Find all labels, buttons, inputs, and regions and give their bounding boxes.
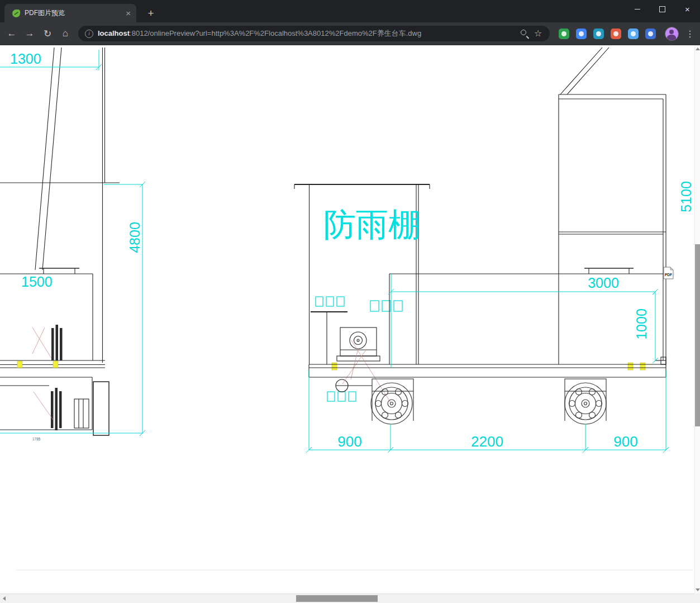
- reload-button[interactable]: ↻: [39, 25, 56, 42]
- browser-menu-button[interactable]: ⋮: [683, 29, 697, 39]
- url-text: localhost:8012/onlinePreview?url=http%3A…: [98, 29, 515, 39]
- zoom-indicator-icon[interactable]: [520, 29, 530, 39]
- wheel-right: [565, 379, 606, 424]
- horizontal-scrollbar-thumb[interactable]: [296, 595, 378, 602]
- dim-bottom-chain: 900 2200 900: [306, 370, 669, 453]
- dim-4800-label: 4800: [127, 222, 142, 253]
- bookmark-star-button[interactable]: ☆: [534, 29, 543, 38]
- extension-icon-4[interactable]: [611, 29, 621, 39]
- dim-1300-label: 1300: [10, 51, 41, 67]
- vertical-scrollbar[interactable]: [694, 45, 700, 593]
- minimize-icon: [635, 9, 640, 10]
- new-tab-button[interactable]: +: [144, 7, 158, 20]
- window-titlebar: PDF图片预览 × + ×: [0, 0, 700, 22]
- home-button[interactable]: ⌂: [57, 25, 74, 42]
- url-path: :8012/onlinePreview?url=http%3A%2F%2Floc…: [130, 29, 421, 37]
- dim-2200-label: 2200: [471, 433, 503, 450]
- rain-shelter-label: 防雨棚: [323, 206, 421, 243]
- extension-icon-6[interactable]: [645, 29, 656, 39]
- dim-4800: 4800: [0, 182, 145, 436]
- scroll-left-arrow[interactable]: [3, 596, 6, 601]
- platform-structure: [389, 268, 666, 364]
- forward-button[interactable]: →: [21, 25, 38, 42]
- deck-markers: [17, 361, 645, 370]
- dim-900-left-label: 900: [337, 433, 361, 450]
- deck-frame: [309, 364, 666, 377]
- dim-1300: 1300: [0, 50, 102, 70]
- pdf-badge-label: PDF: [665, 273, 672, 277]
- dim-3000-label: 3000: [588, 275, 619, 291]
- browser-toolbar: ← → ↻ ⌂ i localhost:8012/onlinePreview?u…: [0, 22, 700, 45]
- pdf-file-icon[interactable]: PDF: [664, 267, 673, 279]
- dim-900-right-label: 900: [613, 433, 637, 450]
- dim-1500-label: 1500: [21, 274, 53, 289]
- left-mast-view: [0, 48, 120, 435]
- window-controls: ×: [625, 0, 700, 18]
- page-info-icon[interactable]: i: [85, 30, 93, 38]
- scrollbar-corner: [694, 593, 700, 603]
- dim-5100-label: 5100: [678, 181, 694, 212]
- wheel-left: [371, 379, 413, 424]
- left-red-leader-lines: [32, 327, 53, 420]
- dim-3000-1000: 3000 1000: [388, 274, 658, 368]
- tab-title: PDF图片预览: [25, 8, 125, 18]
- horizontal-scrollbar[interactable]: [0, 593, 700, 603]
- profile-avatar-button[interactable]: [665, 27, 679, 41]
- dim-1000-label: 1000: [634, 308, 649, 340]
- cad-drawing: 1300 4800 1500 1785 防雨棚: [0, 45, 700, 593]
- back-button[interactable]: ←: [3, 25, 20, 42]
- tab-close-button[interactable]: ×: [125, 9, 132, 17]
- dim-1785-label: 1785: [32, 437, 41, 441]
- close-icon: ×: [685, 5, 690, 13]
- right-frame: [559, 48, 666, 364]
- window-close-button[interactable]: ×: [675, 0, 700, 18]
- spring-leaf-favicon: [12, 10, 20, 17]
- vertical-scrollbar-thumb[interactable]: [695, 244, 700, 426]
- extension-icon-3[interactable]: [593, 29, 604, 39]
- browser-tab[interactable]: PDF图片预览 ×: [4, 4, 136, 22]
- extension-icon-2[interactable]: [576, 29, 587, 39]
- address-bar[interactable]: i localhost:8012/onlinePreview?url=http%…: [78, 26, 550, 41]
- extension-icon-5[interactable]: [628, 29, 639, 39]
- extensions-area: [559, 29, 656, 39]
- preview-page: 1300 4800 1500 1785 防雨棚: [0, 45, 700, 593]
- maximize-icon: [659, 6, 665, 12]
- url-host: localhost: [98, 29, 130, 37]
- motor-unit: [336, 327, 380, 392]
- window-maximize-button[interactable]: [650, 0, 675, 18]
- extension-icon-1[interactable]: [559, 29, 569, 39]
- scroll-down-arrow[interactable]: [696, 588, 700, 591]
- scroll-up-arrow[interactable]: [696, 48, 700, 50]
- window-minimize-button[interactable]: [625, 0, 650, 18]
